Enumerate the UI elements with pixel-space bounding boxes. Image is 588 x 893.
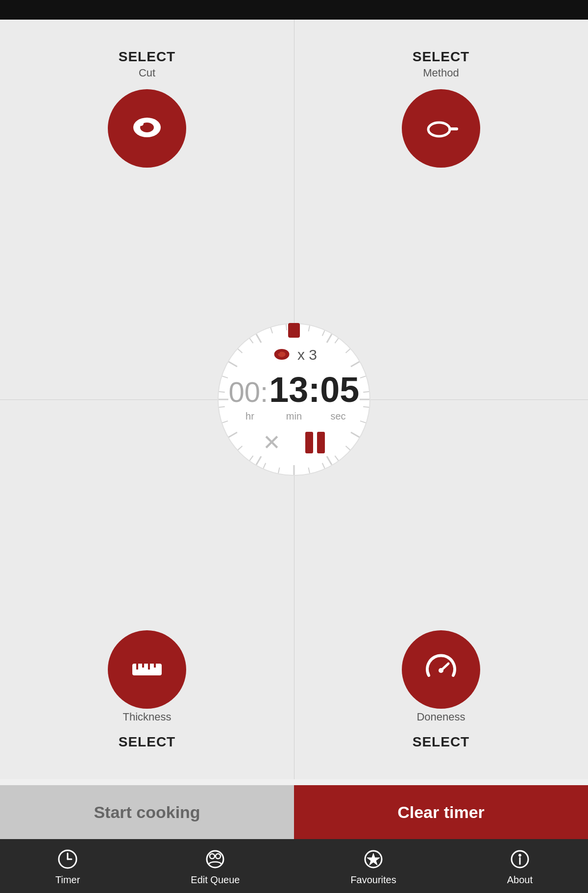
timer-multiplier: x 3 bbox=[297, 347, 317, 363]
svg-point-56 bbox=[207, 851, 223, 868]
timer-time-row: 00: 13:05 bbox=[229, 370, 360, 410]
timer-sec-label: sec bbox=[318, 411, 358, 422]
method-select-label: SELECT bbox=[413, 49, 469, 65]
timer-icon-row: x 3 bbox=[271, 344, 317, 366]
timer-inner: x 3 00: 13:05 hr min sec ✕ bbox=[229, 344, 360, 455]
svg-line-21 bbox=[363, 392, 369, 392]
nav-about-label: About bbox=[507, 874, 533, 886]
svg-line-48 bbox=[286, 324, 287, 330]
svg-point-11 bbox=[439, 668, 443, 673]
pan-icon bbox=[421, 109, 461, 148]
svg-line-23 bbox=[363, 407, 369, 407]
timer-labels: hr min sec bbox=[230, 411, 358, 422]
status-bar bbox=[0, 0, 588, 20]
timer-controls: ✕ bbox=[263, 430, 325, 455]
timer-hr-label: hr bbox=[230, 411, 270, 422]
nav-timer[interactable]: Timer bbox=[55, 847, 80, 886]
info-icon bbox=[508, 847, 532, 871]
svg-point-52 bbox=[277, 351, 280, 354]
timer-min-sec: 13:05 bbox=[269, 370, 359, 410]
thickness-icon-button[interactable] bbox=[108, 630, 186, 709]
edit-queue-icon bbox=[203, 847, 227, 871]
meat-icon bbox=[127, 109, 167, 148]
timer-min-label: min bbox=[270, 411, 318, 422]
method-sub-label: Method bbox=[423, 67, 459, 79]
doneness-icon-button[interactable] bbox=[402, 630, 480, 709]
method-icon-button[interactable] bbox=[402, 89, 480, 168]
timer-cancel-button[interactable]: ✕ bbox=[263, 430, 281, 455]
cut-icon-button[interactable] bbox=[108, 89, 186, 168]
pause-bar-right bbox=[317, 432, 325, 453]
gauge-icon bbox=[421, 650, 461, 689]
timer-ring-container: x 3 00: 13:05 hr min sec ✕ bbox=[211, 316, 377, 483]
timer-overlay: x 3 00: 13:05 hr min sec ✕ bbox=[211, 316, 377, 483]
ruler-icon bbox=[127, 650, 167, 689]
clock-icon bbox=[55, 847, 80, 871]
nav-edit-queue[interactable]: Edit Queue bbox=[191, 847, 240, 886]
bottom-nav: Timer Edit Queue Favourites bbox=[0, 839, 588, 893]
timer-pause-button[interactable] bbox=[305, 432, 325, 453]
star-icon bbox=[361, 847, 386, 871]
svg-line-41 bbox=[219, 392, 225, 392]
start-cooking-button[interactable]: Start cooking bbox=[0, 785, 294, 839]
action-buttons: Start cooking Clear timer bbox=[0, 785, 588, 839]
nav-edit-queue-label: Edit Queue bbox=[191, 874, 240, 886]
svg-point-3 bbox=[428, 123, 450, 136]
nav-favourites[interactable]: Favourites bbox=[350, 847, 396, 886]
svg-point-62 bbox=[518, 854, 521, 856]
svg-point-57 bbox=[210, 854, 215, 859]
nav-about[interactable]: About bbox=[507, 847, 533, 886]
svg-rect-49 bbox=[288, 323, 300, 338]
svg-rect-4 bbox=[448, 127, 458, 130]
thickness-name: Thickness bbox=[122, 711, 171, 723]
cut-sub-label: Cut bbox=[139, 67, 155, 79]
pause-bar-left bbox=[305, 432, 313, 453]
svg-point-58 bbox=[216, 854, 220, 859]
cut-select-label: SELECT bbox=[119, 49, 175, 65]
svg-marker-60 bbox=[367, 853, 380, 865]
clear-timer-button[interactable]: Clear timer bbox=[294, 785, 588, 839]
nav-favourites-label: Favourites bbox=[350, 874, 396, 886]
doneness-select-label: SELECT bbox=[413, 734, 469, 750]
doneness-name: Doneness bbox=[416, 711, 465, 723]
nav-timer-label: Timer bbox=[55, 874, 80, 886]
timer-hours: 00: bbox=[229, 375, 269, 408]
svg-line-39 bbox=[219, 407, 225, 407]
svg-point-2 bbox=[139, 121, 144, 126]
timer-meat-small-icon bbox=[271, 344, 293, 366]
main-grid: SELECT Cut SELECT Method bbox=[0, 20, 588, 779]
thickness-select-label: SELECT bbox=[119, 734, 175, 750]
